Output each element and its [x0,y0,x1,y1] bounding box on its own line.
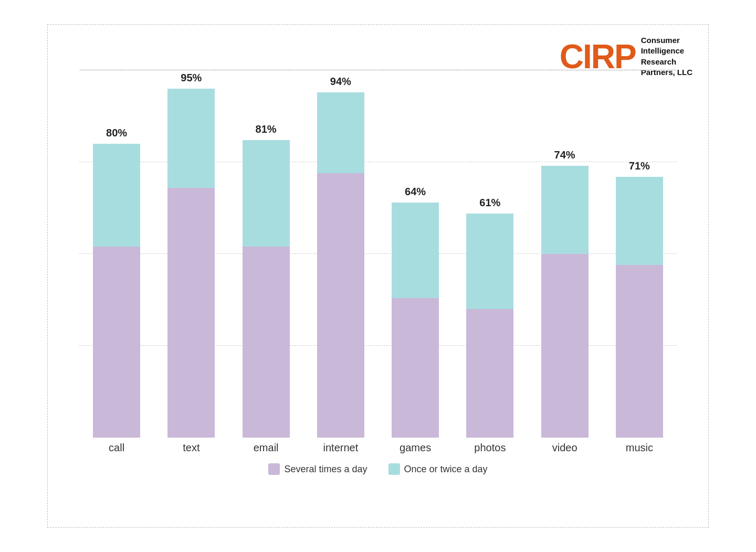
legend-label-several: Several times a day [284,464,367,475]
bar-stack-video [541,166,589,438]
bar-top-internet [317,92,364,173]
bar-stack-text [167,89,215,438]
bars-wrapper: 80%95%81%94%64%61%74%71% [79,51,677,438]
bar-stack-internet [317,92,364,438]
x-label-photos: photos [461,442,519,454]
bar-bottom-games [392,298,439,438]
legend-swatch-several [268,463,280,475]
bar-label-text: 95% [181,72,202,84]
bar-top-music [616,177,663,265]
x-label-internet: internet [312,442,370,454]
bar-group-internet: 94% [312,70,370,438]
legend-item-several: Several times a day [268,463,367,475]
bar-stack-photos [466,214,513,438]
bar-top-video [541,166,589,254]
bar-top-photos [466,214,513,309]
bar-stack-games [392,203,439,438]
bar-group-email: 81% [237,70,295,438]
x-label-video: video [536,442,594,454]
bar-label-internet: 94% [330,76,351,88]
bar-stack-email [243,140,290,438]
bar-bottom-call [93,247,140,438]
bar-label-email: 81% [256,123,277,135]
x-label-email: email [237,442,295,454]
bar-bottom-text [167,188,215,438]
bar-label-video: 74% [554,149,575,161]
bar-label-music: 71% [629,160,650,172]
legend-label-once: Once or twice a day [404,464,488,475]
bar-label-call: 80% [106,127,127,139]
bar-label-games: 64% [405,186,426,198]
bar-stack-music [616,177,663,438]
bar-group-music: 71% [611,70,668,438]
bar-bottom-music [616,265,663,438]
bar-group-text: 95% [162,70,220,438]
legend-item-once: Once or twice a day [388,463,488,475]
bar-top-games [392,203,439,298]
bar-bottom-internet [317,173,364,438]
x-label-call: call [88,442,145,454]
bar-bottom-email [243,247,290,438]
bars-row: 80%95%81%94%64%61%74%71% [79,70,677,438]
bar-top-call [93,144,140,247]
bar-label-photos: 61% [479,197,500,209]
bar-stack-call [93,144,140,438]
x-label-music: music [611,442,668,454]
chart-area: 80%95%81%94%64%61%74%71% calltextemailin… [79,51,677,475]
bar-group-call: 80% [88,70,145,438]
bar-group-photos: 61% [461,70,519,438]
bar-top-email [243,140,290,247]
bar-group-games: 64% [386,70,444,438]
bar-bottom-photos [466,309,513,438]
bar-top-text [167,89,215,188]
x-axis: calltextemailinternetgamesphotosvideomus… [79,442,677,454]
x-label-games: games [386,442,444,454]
x-label-text: text [162,442,220,454]
legend: Several times a day Once or twice a day [79,463,677,475]
bar-group-video: 74% [536,70,594,438]
legend-swatch-once [388,463,400,475]
bar-bottom-video [541,254,589,438]
chart-container: CIRP ConsumerIntelligenceResearchPartner… [47,24,709,528]
